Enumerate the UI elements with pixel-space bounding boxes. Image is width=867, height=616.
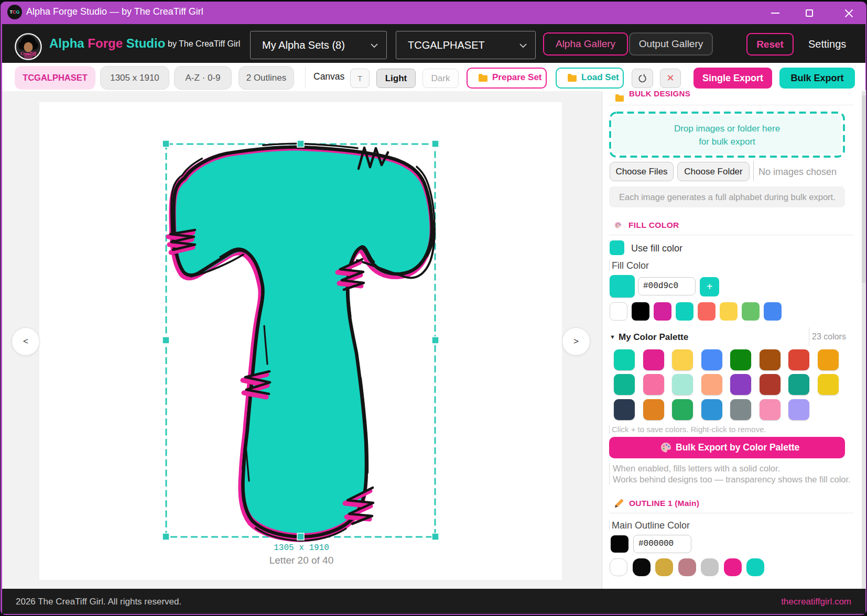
svg-text:CreaTiff: CreaTiff (20, 51, 37, 56)
